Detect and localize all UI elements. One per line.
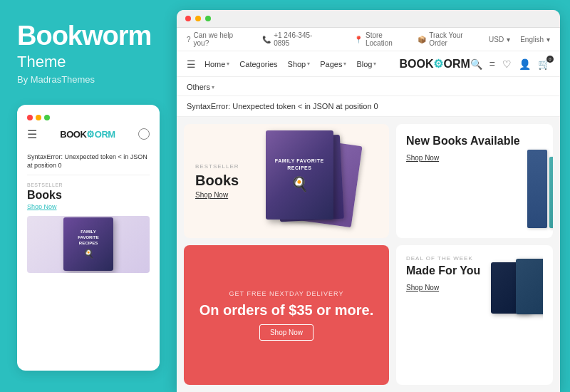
cart-badge: 0 bbox=[546, 56, 554, 63]
track-icon: 📦 bbox=[418, 36, 426, 43]
browser-dot-yellow bbox=[195, 16, 201, 21]
book-front: FAMILY FAVORITE RECIPES 🍳 bbox=[266, 130, 333, 220]
mobile-logo: BOOK⚙ORM bbox=[60, 129, 115, 140]
mobile-books-title: Books bbox=[27, 189, 150, 202]
mobile-card-dots bbox=[27, 115, 150, 120]
store-text: Store Location bbox=[366, 31, 408, 47]
book-cover-1 bbox=[527, 150, 547, 228]
nav-home[interactable]: Home ▾ bbox=[204, 60, 229, 68]
browser-titlebar bbox=[177, 10, 560, 28]
currency-info[interactable]: USD ▾ bbox=[489, 36, 510, 43]
nav-home-label: Home bbox=[204, 60, 225, 68]
bestseller-text: BESTSELLER Books Shop Now bbox=[195, 163, 239, 199]
account-icon[interactable]: 👤 bbox=[519, 58, 531, 70]
nav-pages[interactable]: Pages ▾ bbox=[320, 60, 346, 68]
nav-others-label: Others bbox=[187, 83, 210, 91]
mobile-user-icon bbox=[138, 128, 150, 140]
deal-title: Made For You bbox=[406, 264, 480, 277]
deal-book-2 bbox=[516, 259, 543, 314]
nav-hamburger-icon[interactable]: ☰ bbox=[187, 58, 196, 70]
lang-text: English bbox=[520, 36, 544, 43]
nav-others[interactable]: Others ▾ bbox=[187, 83, 214, 91]
nav-blog[interactable]: Blog ▾ bbox=[356, 60, 376, 68]
nav-shop-label: Shop bbox=[288, 60, 306, 68]
nav-shop-arrow: ▾ bbox=[307, 61, 310, 67]
book-cover-2 bbox=[549, 157, 553, 228]
new-books-text: New Books Available Shop Now bbox=[406, 134, 520, 228]
lang-arrow: ▾ bbox=[546, 36, 550, 43]
left-column: BESTSELLER Books Shop Now bbox=[184, 124, 389, 385]
new-books-card: New Books Available Shop Now bbox=[396, 124, 553, 238]
lang-info[interactable]: English ▾ bbox=[520, 36, 550, 43]
track-text: Track Your Order bbox=[429, 31, 479, 47]
mobile-pan-icon: 🍳 bbox=[83, 249, 94, 259]
delivery-label: GET FREE NEXTDAY DELIVERY bbox=[229, 290, 344, 297]
nav-icons: 🔍 = ♡ 👤 🛒 0 bbox=[470, 58, 550, 70]
nav-categories[interactable]: Categories bbox=[239, 60, 277, 68]
deal-shop-now[interactable]: Shop Now bbox=[406, 284, 439, 292]
nav-others-arrow: ▾ bbox=[212, 84, 214, 91]
new-books-shop-now[interactable]: Shop Now bbox=[406, 154, 439, 162]
left-panel: Bookworm Theme By MadrasThemes ☰ BOOK⚙OR… bbox=[0, 0, 177, 392]
book-front-title: FAMILY FAVORITE RECIPES bbox=[271, 158, 328, 172]
bestseller-card: BESTSELLER Books Shop Now bbox=[184, 124, 389, 238]
compare-icon[interactable]: = bbox=[489, 58, 495, 70]
phone-info: 📞 +1 246-345-0895 bbox=[262, 31, 326, 47]
mobile-book-image: FAMILYFAVORITERECIPES 🍳 bbox=[27, 216, 150, 273]
mobile-hamburger-icon[interactable]: ☰ bbox=[27, 128, 37, 141]
mobile-preview-card: ☰ BOOK⚙ORM SyntaxError: Unexpected token… bbox=[17, 105, 160, 371]
top-info-right: 📍 Store Location 📦 Track Your Order USD … bbox=[354, 31, 550, 47]
phone-icon: 📞 bbox=[262, 36, 271, 43]
browser-window: ? Can we help you? 📞 +1 246-345-0895 📍 S… bbox=[177, 10, 560, 392]
wishlist-icon[interactable]: ♡ bbox=[502, 58, 512, 70]
delivery-shop-now-button[interactable]: Shop Now bbox=[259, 324, 314, 341]
browser-content: ? Can we help you? 📞 +1 246-345-0895 📍 S… bbox=[177, 28, 560, 392]
nav-logo: BOOK⚙ORM bbox=[399, 57, 470, 71]
nav-logo-worm: ⚙ bbox=[433, 58, 443, 70]
nav-blog-arrow: ▾ bbox=[373, 61, 376, 67]
nav-bar: ☰ Home ▾ Categories Shop ▾ Pages ▾ bbox=[177, 51, 560, 77]
phone-text: +1 246-345-0895 bbox=[274, 31, 326, 47]
brand-name: Bookworm bbox=[17, 21, 160, 51]
help-icon: ? bbox=[187, 36, 191, 43]
deal-books-area bbox=[487, 255, 543, 375]
dot-red bbox=[27, 115, 33, 120]
main-content: BESTSELLER Books Shop Now bbox=[177, 117, 560, 392]
top-info-bar: ? Can we help you? 📞 +1 246-345-0895 📍 S… bbox=[177, 28, 560, 51]
new-books-covers bbox=[527, 134, 553, 228]
dot-green bbox=[44, 115, 50, 120]
bestseller-title: Books bbox=[195, 172, 239, 188]
brand-subtitle: Theme bbox=[17, 53, 160, 71]
nav-shop[interactable]: Shop ▾ bbox=[288, 60, 311, 68]
nav-blog-label: Blog bbox=[356, 60, 372, 68]
bestseller-label: BESTSELLER bbox=[195, 163, 239, 170]
delivery-card: GET FREE NEXTDAY DELIVERY On orders of $… bbox=[184, 245, 389, 385]
mobile-book-title: FAMILYFAVORITERECIPES bbox=[78, 229, 99, 246]
deal-text: DEAL OF THE WEEK Made For You Shop Now bbox=[406, 255, 480, 375]
sub-nav: Others ▾ bbox=[177, 77, 560, 96]
mobile-error-text: SyntaxError: Unexpected token < in JSON … bbox=[27, 148, 150, 175]
mobile-logo-accent: ⚙ORM bbox=[86, 129, 115, 140]
mobile-shop-now-link[interactable]: Shop Now bbox=[27, 203, 150, 210]
browser-dot-green bbox=[205, 16, 211, 21]
dot-yellow bbox=[36, 115, 41, 120]
currency-arrow: ▾ bbox=[507, 36, 510, 43]
new-books-title: New Books Available bbox=[406, 134, 520, 148]
currency-text: USD bbox=[489, 36, 504, 43]
mobile-topbar: ☰ BOOK⚙ORM bbox=[27, 128, 150, 141]
cart-icon[interactable]: 🛒 0 bbox=[538, 58, 550, 70]
location-icon: 📍 bbox=[354, 36, 363, 43]
help-text: Can we help you? bbox=[194, 31, 249, 47]
help-info: ? Can we help you? bbox=[187, 31, 248, 47]
deal-card: DEAL OF THE WEEK Made For You Shop Now bbox=[396, 245, 553, 385]
deal-label: DEAL OF THE WEEK bbox=[406, 255, 480, 262]
nav-home-arrow: ▾ bbox=[227, 61, 229, 67]
search-icon[interactable]: 🔍 bbox=[470, 58, 482, 70]
book-pan-icon: 🍳 bbox=[291, 175, 309, 192]
nav-categories-label: Categories bbox=[239, 60, 277, 68]
browser-dot-red bbox=[185, 16, 191, 21]
bestseller-shop-now[interactable]: Shop Now bbox=[195, 191, 239, 199]
mobile-bestseller-label: BESTSELLER bbox=[27, 182, 150, 187]
nav-pages-arrow: ▾ bbox=[343, 61, 346, 67]
nav-links: Home ▾ Categories Shop ▾ Pages ▾ Blog ▾ bbox=[204, 60, 399, 68]
